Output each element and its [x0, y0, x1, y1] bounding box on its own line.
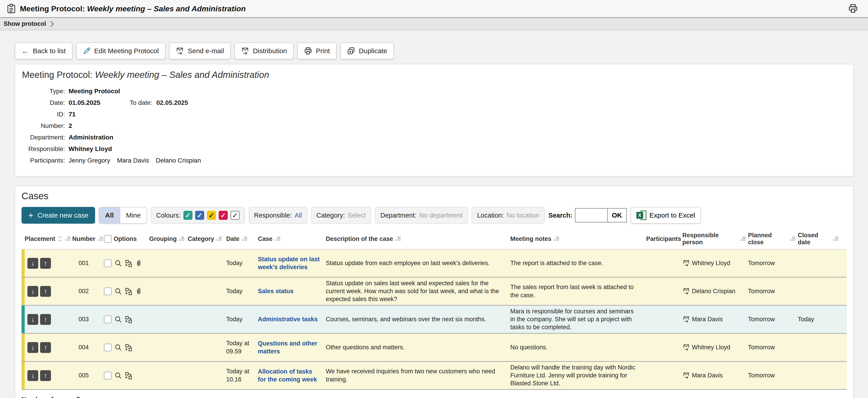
filter-icon[interactable]	[97, 236, 104, 242]
attachment-icon[interactable]	[135, 259, 142, 267]
row-checkbox[interactable]	[104, 372, 112, 379]
options-cell	[104, 372, 149, 379]
move-to-protocol-icon[interactable]	[125, 315, 132, 323]
filter-icon[interactable]	[242, 236, 248, 242]
colour-checkbox-yellow[interactable]: ✓	[207, 211, 216, 220]
envelope-send-icon	[241, 47, 249, 55]
sort-icon[interactable]	[57, 236, 63, 242]
breadcrumb-show-protocol[interactable]: Show protocol	[4, 20, 46, 27]
column-header-planned-close[interactable]: Planned close	[748, 232, 798, 246]
filter-mine-tab[interactable]: Mine	[120, 207, 147, 223]
category-filter-value[interactable]: Select	[347, 212, 366, 219]
case-date: Today	[226, 315, 258, 323]
department-filter-value[interactable]: No department	[419, 212, 463, 219]
filter-icon[interactable]	[395, 236, 401, 242]
select-all-checkbox[interactable]	[104, 235, 112, 243]
filter-icon[interactable]	[216, 236, 222, 242]
case-link[interactable]: Status update on last week's deliveries	[258, 255, 326, 271]
column-header-placement[interactable]: Placement	[25, 236, 72, 242]
envelope-send-icon[interactable]	[682, 372, 690, 379]
filter-icon[interactable]	[740, 236, 746, 242]
move-to-protocol-icon[interactable]	[125, 259, 132, 267]
envelope-send-icon[interactable]	[682, 315, 690, 323]
create-new-case-button[interactable]: + Create new case	[22, 207, 95, 224]
case-link[interactable]: Sales status	[258, 287, 326, 295]
row-colour-stripe	[22, 278, 25, 305]
envelope-send-icon[interactable]	[682, 344, 690, 351]
colour-checkbox-red[interactable]: ✓	[219, 211, 228, 220]
filter-icon[interactable]	[833, 236, 839, 242]
distribution-button[interactable]: Distribution	[234, 42, 293, 59]
edit-meeting-protocol-button[interactable]: Edit Meeting Protocol	[76, 42, 165, 59]
case-link[interactable]: Questions and other matters	[258, 340, 326, 355]
filter-icon[interactable]	[275, 236, 281, 242]
preview-icon[interactable]	[114, 372, 122, 379]
preview-icon[interactable]	[114, 259, 122, 267]
move-down-button[interactable]: ↓	[27, 370, 38, 381]
column-header-closed-date[interactable]: Closed date	[798, 232, 841, 246]
move-down-button[interactable]: ↓	[27, 286, 38, 297]
preview-icon[interactable]	[114, 344, 122, 351]
column-header-grouping[interactable]: Grouping	[149, 236, 188, 242]
location-filter-group[interactable]: Location: No location	[472, 207, 545, 224]
preview-icon[interactable]	[114, 287, 122, 295]
case-link[interactable]: Allocation of tasks for the coming week	[258, 368, 326, 383]
search-input[interactable]	[576, 209, 607, 222]
column-header-description[interactable]: Description of the case	[326, 236, 510, 242]
filter-icon[interactable]	[179, 236, 185, 242]
filter-icon[interactable]	[790, 236, 796, 242]
move-up-button[interactable]: ↑	[40, 286, 51, 297]
filter-icon[interactable]	[554, 236, 560, 242]
attachment-icon[interactable]	[135, 287, 142, 295]
print-icon[interactable]	[848, 4, 858, 13]
column-header-category[interactable]: Category	[188, 236, 226, 242]
planned-close-cell: Tomorrow	[748, 260, 798, 267]
envelope-send-icon[interactable]	[682, 259, 690, 267]
colour-checkbox-green[interactable]: ✓	[183, 211, 192, 220]
back-to-list-button[interactable]: ← Back to list	[15, 42, 72, 59]
column-header-date[interactable]: Date	[226, 236, 258, 242]
colour-checkbox-white[interactable]: ✓	[230, 211, 240, 220]
location-filter-value[interactable]: No location	[506, 212, 539, 219]
planned-close-cell: Tomorrow	[748, 288, 798, 295]
preview-icon[interactable]	[114, 315, 122, 323]
column-header-responsible[interactable]: Responsible person	[682, 232, 748, 246]
filter-all-tab[interactable]: All	[99, 207, 120, 223]
responsible-filter-value[interactable]: All	[294, 212, 302, 219]
row-checkbox[interactable]	[104, 315, 112, 323]
envelope-send-icon[interactable]	[682, 287, 690, 295]
department-filter-group[interactable]: Department: No department	[375, 207, 468, 224]
move-up-button[interactable]: ↑	[40, 370, 51, 381]
export-to-excel-button[interactable]: X Export to Excel	[630, 207, 701, 224]
category-filter-group[interactable]: Category: Select	[311, 207, 371, 224]
case-description: Other questions and matters.	[326, 343, 510, 351]
case-link[interactable]: Administrative tasks	[258, 315, 326, 323]
move-up-button[interactable]: ↑	[40, 258, 51, 269]
responsible-filter-group[interactable]: Responsible: All	[249, 207, 307, 224]
colour-checkbox-blue[interactable]: ✓	[195, 211, 204, 220]
move-to-protocol-icon[interactable]	[125, 372, 132, 379]
cases-panel: Cases + Create new case All Mine Colours…	[15, 186, 854, 398]
row-checkbox[interactable]	[104, 287, 112, 295]
case-row: ↓ ↑ 001 Today Status update on last week…	[22, 249, 847, 278]
column-header-number[interactable]: Number	[72, 236, 104, 242]
move-down-button[interactable]: ↓	[27, 258, 38, 269]
move-to-protocol-icon[interactable]	[125, 344, 132, 351]
column-header-case[interactable]: Case	[258, 236, 326, 242]
detail-number: Number: 2	[22, 122, 846, 129]
print-button[interactable]: Print	[297, 42, 337, 59]
move-down-button[interactable]: ↓	[27, 314, 38, 325]
move-to-protocol-icon[interactable]	[125, 287, 132, 295]
send-email-button[interactable]: Send e-mail	[169, 42, 231, 59]
row-checkbox[interactable]	[104, 344, 112, 351]
move-up-button[interactable]: ↑	[40, 314, 51, 325]
row-checkbox[interactable]	[104, 259, 112, 267]
search-ok-button[interactable]: OK	[607, 209, 626, 222]
responsible-name: Whitney Lloyd	[692, 344, 730, 351]
move-down-button[interactable]: ↓	[27, 342, 38, 353]
column-header-meeting-notes[interactable]: Meeting notes	[510, 236, 646, 242]
row-colour-stripe	[22, 334, 25, 361]
duplicate-button[interactable]: Duplicate	[340, 42, 394, 59]
filter-icon[interactable]	[65, 236, 71, 242]
move-up-button[interactable]: ↑	[40, 342, 51, 353]
